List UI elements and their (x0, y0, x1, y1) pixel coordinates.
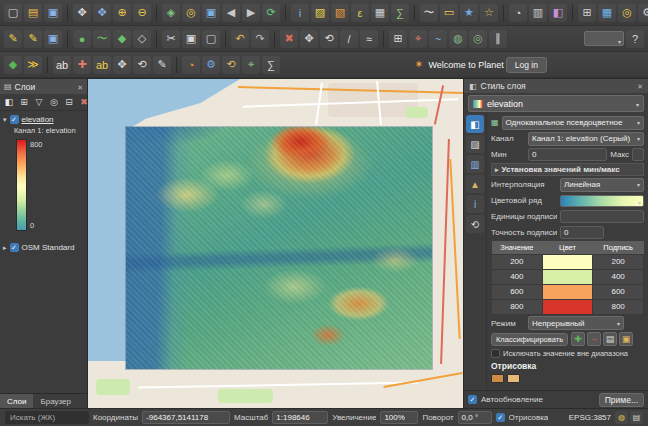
map-refresh-icon[interactable]: ⟳ (262, 4, 280, 22)
apply-button[interactable]: Приме... (599, 393, 644, 407)
zoom-last-icon[interactable]: ◀ (222, 4, 240, 22)
add-point-feature-icon[interactable]: ● (73, 30, 91, 48)
style-layer-selector[interactable]: elevation (468, 95, 644, 112)
color-map-label[interactable]: 800 (593, 299, 644, 314)
scale-widget[interactable] (584, 31, 624, 46)
select-features-icon[interactable]: ▨ (311, 4, 329, 22)
attribute-table-icon[interactable]: ▦ (371, 4, 389, 22)
layer-item-osm[interactable]: OSM Standard (0, 241, 87, 254)
chevron-right-icon[interactable] (3, 243, 7, 252)
trace-icon[interactable]: ~ (429, 30, 447, 48)
label-unit-input[interactable] (560, 210, 644, 223)
rotate-feature-icon[interactable]: ⟲ (320, 30, 338, 48)
style-manager-icon[interactable]: ◧ (549, 4, 567, 22)
paste-features-icon[interactable]: ▢ (202, 30, 220, 48)
layout-manager-icon[interactable]: ▥ (529, 4, 547, 22)
color-map-label[interactable]: 200 (593, 254, 644, 269)
color-ramp-combo[interactable] (560, 195, 644, 207)
save-edits-icon[interactable]: ▣ (44, 30, 62, 48)
search-icon[interactable]: ◎ (618, 4, 636, 22)
exclude-out-of-range-checkbox[interactable] (491, 349, 500, 358)
identify-features-icon[interactable]: i (291, 4, 309, 22)
change-label-icon[interactable]: ✎ (153, 56, 171, 74)
map-canvas[interactable] (88, 79, 463, 408)
color-swatch[interactable] (543, 270, 593, 284)
minmax-settings-group[interactable]: Установка значений мин/макс (491, 163, 644, 176)
add-line-feature-icon[interactable]: 〜 (93, 30, 111, 48)
live-update-checkbox[interactable] (468, 395, 477, 404)
coordinates-input[interactable]: -964367,5141178 (142, 411, 230, 424)
column-header-label[interactable]: Подпись (593, 241, 644, 254)
layer-checkbox[interactable] (10, 115, 19, 124)
move-label-icon[interactable]: ✥ (113, 56, 131, 74)
cut-features-icon[interactable]: ✂ (162, 30, 180, 48)
zoom-in-icon[interactable]: ⊕ (113, 4, 131, 22)
merge-features-icon[interactable]: ⊞ (389, 30, 407, 48)
color-map-label[interactable]: 400 (593, 269, 644, 284)
pan-map-icon[interactable]: ✥ (73, 4, 91, 22)
crs-icon[interactable]: ◍ (615, 411, 628, 424)
save-project-icon[interactable]: ▣ (44, 4, 62, 22)
rendering-color-swatch[interactable] (507, 374, 520, 383)
layer-checkbox[interactable] (10, 243, 19, 252)
deselect-features-icon[interactable]: ▧ (331, 4, 349, 22)
processing-history-icon[interactable]: ⟲ (222, 56, 240, 74)
options-icon[interactable]: ⚙ (638, 4, 648, 22)
statistics-icon[interactable]: ∑ (262, 56, 280, 74)
zoom-to-selection-icon[interactable]: ◎ (182, 4, 200, 22)
pan-to-selection-icon[interactable]: ✥ (93, 4, 111, 22)
layer-item-elevation[interactable]: elevation (0, 113, 87, 126)
zoom-out-icon[interactable]: ⊖ (133, 4, 151, 22)
column-header-color[interactable]: Цвет (542, 241, 593, 254)
split-features-icon[interactable]: / (340, 30, 358, 48)
temporal-controller-icon[interactable]: ◔ (509, 4, 527, 22)
color-map-value[interactable]: 600 (492, 284, 543, 299)
scale-combo[interactable]: 1:198646 (272, 411, 328, 424)
move-feature-icon[interactable]: ✥ (300, 30, 318, 48)
mode-combo[interactable]: Непрерывный (528, 316, 624, 330)
column-header-value[interactable]: Значение (492, 241, 543, 254)
snapping-options-icon[interactable]: ⌖ (409, 30, 427, 48)
color-map-row[interactable]: 400400 (492, 269, 644, 284)
load-color-map-button[interactable]: ▤ (603, 332, 617, 346)
new-map-view-icon[interactable]: ⊞ (578, 4, 596, 22)
color-map-value[interactable]: 200 (492, 254, 543, 269)
delete-selected-icon[interactable]: ✖ (280, 30, 298, 48)
render-checkbox[interactable] (496, 413, 505, 422)
min-input[interactable]: 0 (528, 148, 607, 161)
color-swatch[interactable] (543, 255, 593, 269)
transparency-tab-icon[interactable]: ▨ (466, 135, 484, 153)
pin-labels-icon[interactable]: ✚ (73, 56, 91, 74)
highlight-labels-icon[interactable]: ab (93, 56, 111, 74)
rendering-color-swatch[interactable] (491, 374, 504, 383)
renderer-combo[interactable]: Одноканальное псевдоцветное (502, 116, 644, 130)
color-swatch[interactable] (543, 300, 593, 314)
log-messages-icon[interactable]: ▤ (630, 411, 643, 424)
layer-name[interactable]: elevation (22, 115, 54, 124)
python-console-icon[interactable]: ≫ (24, 56, 42, 74)
add-part-icon[interactable]: ◎ (469, 30, 487, 48)
histogram-tab-icon[interactable]: ▥ (466, 155, 484, 173)
toggle-editing-icon[interactable]: ✎ (24, 30, 42, 48)
redo-icon[interactable]: ↷ (251, 30, 269, 48)
measure-icon[interactable]: 〜 (420, 4, 438, 22)
rotation-spin[interactable]: 0,0 ° (458, 411, 492, 424)
color-map-label[interactable]: 600 (593, 284, 644, 299)
new-bookmark-icon[interactable]: ★ (460, 4, 478, 22)
zoom-next-icon[interactable]: ▶ (242, 4, 260, 22)
color-map-row[interactable]: 200200 (492, 254, 644, 269)
interpolation-combo[interactable]: Линейная (560, 178, 644, 192)
label-toolbar-icon[interactable]: ab (53, 56, 71, 74)
close-icon[interactable] (637, 81, 643, 91)
max-input[interactable] (632, 148, 644, 161)
magnifier-spin[interactable]: 100% (380, 411, 418, 424)
data-source-manager-icon[interactable]: ▦ (598, 4, 616, 22)
filter-legend-icon[interactable]: ▽ (32, 95, 46, 109)
map-tips-icon[interactable]: ▭ (440, 4, 458, 22)
planet-login-button[interactable]: Log in (506, 57, 547, 73)
color-map-value[interactable]: 400 (492, 269, 543, 284)
add-ring-icon[interactable]: ◍ (449, 30, 467, 48)
show-bookmarks-icon[interactable]: ☆ (480, 4, 498, 22)
map-themes-icon[interactable]: ◎ (47, 95, 61, 109)
add-polygon-feature-icon[interactable]: ◆ (113, 30, 131, 48)
